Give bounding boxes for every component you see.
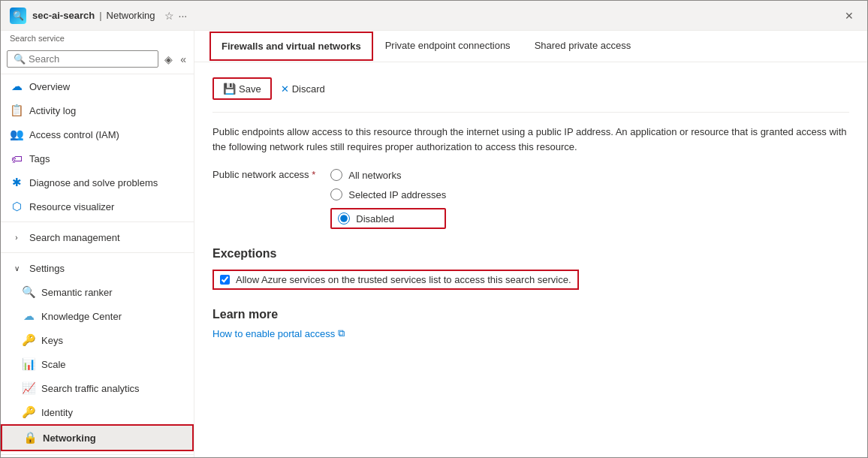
exceptions-checkbox[interactable]	[220, 275, 230, 285]
content-body: 💾 Save ✕ Discard Public endpoints allow …	[194, 62, 867, 457]
resource-icon: ⬡	[10, 200, 23, 213]
learn-more-link[interactable]: How to enable portal access ⧉	[212, 327, 849, 339]
sidebar-item-label: Keys	[41, 335, 63, 346]
keys-icon: 🔑	[22, 333, 35, 347]
save-label: Save	[239, 83, 261, 95]
radio-disabled-label: Disabled	[356, 213, 394, 224]
networking-icon: 🔒	[23, 431, 37, 444]
sidebar-item-label: Knowledge Center	[41, 311, 122, 322]
traffic-icon: 📈	[22, 381, 35, 395]
content-area: Firewalls and virtual networks Private e…	[194, 31, 867, 457]
sidebar-item-search-management[interactable]: › Search management	[1, 225, 194, 249]
access-icon: 👥	[10, 128, 23, 141]
network-access-label: Public network access	[212, 169, 315, 180]
external-link-icon: ⧉	[338, 327, 345, 339]
search-input[interactable]	[29, 53, 152, 65]
radio-all-networks-label: All networks	[348, 170, 401, 181]
exceptions-title: Exceptions	[212, 247, 849, 261]
sidebar-item-label: Overview	[29, 81, 70, 92]
radio-group: All networks Selected IP addresses Disab…	[330, 169, 446, 229]
sidebar: Search service 🔍 ◈ « ☁ Overview 📋	[1, 31, 194, 457]
radio-disabled-input[interactable]	[338, 212, 350, 224]
sidebar-item-semantic-ranker[interactable]: 🔍 Semantic ranker	[1, 280, 194, 304]
tab-shared-private[interactable]: Shared private access	[523, 31, 643, 62]
title-bar: 🔍 sec-ai-search | Networking ☆ ··· ✕	[1, 1, 867, 31]
toolbar: 💾 Save ✕ Discard	[212, 77, 849, 113]
sidebar-item-settings[interactable]: ∨ Settings	[1, 256, 194, 280]
sidebar-item-label: Resource visualizer	[29, 201, 114, 212]
sidebar-item-label: Semantic ranker	[41, 287, 113, 298]
sidebar-item-identity[interactable]: 🔑 Identity	[1, 400, 194, 424]
sidebar-nav: ☁ Overview 📋 Activity log 👥 Access contr…	[1, 74, 194, 457]
sidebar-item-diagnose[interactable]: ✱ Diagnose and solve problems	[1, 170, 194, 194]
expand-icon: ∨	[10, 261, 23, 275]
section-name: Networking	[107, 10, 155, 21]
overview-icon: ☁	[10, 80, 23, 93]
sidebar-item-label: Networking	[43, 432, 96, 444]
sidebar-item-resource-visualizer[interactable]: ⬡ Resource visualizer	[1, 194, 194, 218]
sidebar-item-scale[interactable]: 📊 Scale	[1, 352, 194, 376]
sidebar-item-label: Tags	[29, 153, 50, 164]
sidebar-item-access-control[interactable]: 👥 Access control (IAM)	[1, 122, 194, 146]
sidebar-item-overview[interactable]: ☁ Overview	[1, 74, 194, 98]
sidebar-item-knowledge-center[interactable]: ☁ Knowledge Center	[1, 304, 194, 328]
sidebar-item-label: Settings	[29, 263, 65, 274]
discard-button[interactable]: ✕ Discard	[281, 83, 325, 95]
close-button[interactable]: ✕	[840, 8, 858, 23]
window-controls: ✕	[840, 8, 858, 23]
learn-more-title: Learn more	[212, 308, 849, 321]
sidebar-item-tags[interactable]: 🏷 Tags	[1, 146, 194, 170]
sidebar-item-label: Identity	[41, 407, 73, 418]
sidebar-item-keys[interactable]: 🔑 Keys	[1, 328, 194, 352]
sidebar-item-label: Scale	[41, 359, 66, 370]
sidebar-item-label: Activity log	[29, 105, 76, 116]
learn-more-section: Learn more How to enable portal access ⧉	[212, 308, 849, 339]
collapse-icon[interactable]: «	[179, 52, 188, 67]
save-button[interactable]: 💾 Save	[212, 77, 272, 100]
search-box: 🔍 ◈ «	[1, 44, 194, 74]
search-input-wrapper[interactable]: 🔍	[7, 50, 158, 68]
radio-disabled[interactable]: Disabled	[330, 208, 446, 229]
sidebar-item-activity-log[interactable]: 📋 Activity log	[1, 98, 194, 122]
description-text: Public endpoints allow access to this re…	[212, 125, 849, 154]
search-icon: 🔍	[14, 53, 26, 65]
sidebar-item-search-traffic[interactable]: 📈 Search traffic analytics	[1, 376, 194, 400]
favorite-star[interactable]: ☆	[164, 10, 174, 22]
network-access-section: Public network access All networks Selec…	[212, 169, 849, 229]
activity-icon: 📋	[10, 104, 23, 117]
exceptions-checkbox-wrapper: Allow Azure services on the trusted serv…	[212, 270, 579, 290]
learn-more-link-text: How to enable portal access	[212, 328, 335, 339]
tags-icon: 🏷	[10, 152, 23, 165]
semantic-icon: 🔍	[22, 285, 35, 299]
sidebar-item-label: Search management	[29, 232, 120, 243]
radio-selected-ip-input[interactable]	[330, 188, 342, 200]
tab-firewalls[interactable]: Firewalls and virtual networks	[209, 32, 373, 61]
tab-private-endpoints[interactable]: Private endpoint connections	[373, 31, 523, 62]
identity-icon: 🔑	[22, 405, 35, 419]
radio-selected-ip-label: Selected IP addresses	[348, 189, 446, 200]
exceptions-label: Allow Azure services on the trusted serv…	[236, 274, 571, 285]
knowledge-icon: ☁	[22, 309, 35, 323]
more-options[interactable]: ···	[179, 10, 188, 22]
app-icon: 🔍	[10, 8, 26, 24]
pin-icon[interactable]: ◈	[163, 52, 174, 67]
sidebar-item-label: Diagnose and solve problems	[29, 177, 158, 188]
exceptions-section: Exceptions Allow Azure services on the t…	[212, 247, 849, 290]
save-icon: 💾	[223, 83, 236, 95]
sidebar-item-label: Access control (IAM)	[29, 129, 119, 140]
sidebar-item-label: Search traffic analytics	[41, 383, 140, 394]
expand-icon: ›	[10, 231, 23, 244]
diagnose-icon: ✱	[10, 176, 23, 189]
title-separator: |	[99, 10, 101, 21]
radio-all-networks-input[interactable]	[330, 169, 342, 181]
discard-icon: ✕	[281, 83, 289, 95]
tabs-bar: Firewalls and virtual networks Private e…	[194, 31, 867, 62]
scale-icon: 📊	[22, 357, 35, 371]
resource-name: sec-ai-search	[32, 10, 95, 21]
radio-selected-ip[interactable]: Selected IP addresses	[330, 188, 446, 200]
radio-all-networks[interactable]: All networks	[330, 169, 446, 181]
service-subtitle: Search service	[10, 34, 65, 43]
sidebar-item-networking[interactable]: 🔒 Networking	[1, 424, 194, 451]
discard-label: Discard	[292, 83, 325, 95]
